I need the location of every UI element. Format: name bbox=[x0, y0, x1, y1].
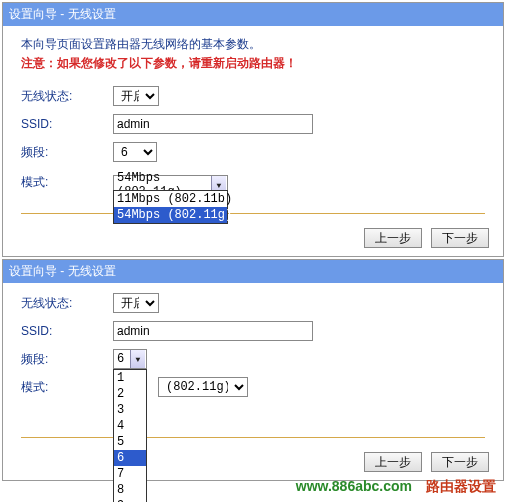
wireless-state-select[interactable]: 开启 bbox=[113, 86, 159, 106]
channel-select[interactable]: 6 bbox=[113, 142, 157, 162]
next-button[interactable]: 下一步 bbox=[431, 228, 489, 248]
prev-button[interactable]: 上一步 bbox=[364, 228, 422, 248]
row-wireless-state: 无线状态: 开启 bbox=[21, 86, 485, 106]
panel-body: 本向导页面设置路由器无线网络的基本参数。 注意：如果您修改了以下参数，请重新启动… bbox=[3, 26, 503, 228]
mode-option-54[interactable]: 54Mbps (802.11g) bbox=[114, 207, 227, 223]
panel-body: 无线状态: 开启 SSID: 频段: 6 ▼ 1 2 3 4 5 bbox=[3, 283, 503, 452]
channel-option[interactable]: 6 bbox=[114, 450, 146, 466]
row-channel: 频段: 6 bbox=[21, 142, 485, 162]
button-row: 上一步 下一步 bbox=[3, 452, 503, 480]
warning-text: 注意：如果您修改了以下参数，请重新启动路由器！ bbox=[21, 55, 485, 72]
label-ssid: SSID: bbox=[21, 117, 113, 131]
label-ssid: SSID: bbox=[21, 324, 113, 338]
channel-option[interactable]: 5 bbox=[114, 434, 146, 450]
channel-option[interactable]: 3 bbox=[114, 402, 146, 418]
label-channel: 频段: bbox=[21, 144, 113, 161]
row-ssid: SSID: bbox=[21, 114, 485, 134]
row-mode: 模式: 54Mbps (802.11g) ▼ 11Mbps (802.11b) … bbox=[21, 170, 485, 195]
mode-option-11[interactable]: 11Mbps (802.11b) bbox=[114, 191, 227, 207]
description-text: 本向导页面设置路由器无线网络的基本参数。 bbox=[21, 36, 485, 53]
channel-option[interactable]: 4 bbox=[114, 418, 146, 434]
channel-option[interactable]: 9 bbox=[114, 498, 146, 502]
channel-option[interactable]: 8 bbox=[114, 482, 146, 498]
channel-dropdown-list: 1 2 3 4 5 6 7 8 9 10 11 12 13 bbox=[113, 369, 147, 502]
wireless-state-select[interactable]: 开启 bbox=[113, 293, 159, 313]
label-mode: 模式: bbox=[21, 379, 113, 396]
label-wireless-state: 无线状态: bbox=[21, 88, 113, 105]
chevron-down-icon[interactable]: ▼ bbox=[130, 350, 145, 368]
divider bbox=[21, 213, 485, 214]
next-button[interactable]: 下一步 bbox=[431, 452, 489, 472]
channel-option[interactable]: 7 bbox=[114, 466, 146, 482]
panel-title: 设置向导 - 无线设置 bbox=[3, 260, 503, 283]
wizard-panel-top: 设置向导 - 无线设置 本向导页面设置路由器无线网络的基本参数。 注意：如果您修… bbox=[2, 2, 504, 257]
ssid-input[interactable] bbox=[113, 114, 313, 134]
ssid-input[interactable] bbox=[113, 321, 313, 341]
row-channel: 频段: 6 ▼ 1 2 3 4 5 6 7 8 9 10 11 bbox=[21, 349, 485, 369]
prev-button[interactable]: 上一步 bbox=[364, 452, 422, 472]
mode-dropdown[interactable]: 54Mbps (802.11g) ▼ 11Mbps (802.11b) 54Mb… bbox=[113, 170, 228, 195]
channel-dropdown[interactable]: 6 ▼ 1 2 3 4 5 6 7 8 9 10 11 12 13 bbox=[113, 349, 147, 369]
mode-dropdown-list: 11Mbps (802.11b) 54Mbps (802.11g) bbox=[113, 190, 228, 224]
channel-selected-value: 6 bbox=[114, 351, 130, 367]
mode-select[interactable]: (802.11g) bbox=[158, 377, 248, 397]
row-wireless-state: 无线状态: 开启 bbox=[21, 293, 485, 313]
panel-title: 设置向导 - 无线设置 bbox=[3, 3, 503, 26]
wizard-panel-bottom: 设置向导 - 无线设置 无线状态: 开启 SSID: 频段: 6 ▼ 1 2 bbox=[2, 259, 504, 481]
button-row: 上一步 下一步 bbox=[3, 228, 503, 256]
divider bbox=[21, 437, 485, 438]
label-mode: 模式: bbox=[21, 174, 113, 191]
config-link[interactable]: 路由器设置 bbox=[426, 478, 496, 496]
row-mode: 模式: (802.11g) bbox=[21, 377, 485, 397]
label-channel: 频段: bbox=[21, 351, 113, 368]
label-wireless-state: 无线状态: bbox=[21, 295, 113, 312]
domain-link[interactable]: www.886abc.com bbox=[296, 478, 412, 496]
row-ssid: SSID: bbox=[21, 321, 485, 341]
footer-links: www.886abc.com 路由器设置 bbox=[296, 478, 496, 496]
channel-option[interactable]: 2 bbox=[114, 386, 146, 402]
channel-option[interactable]: 1 bbox=[114, 370, 146, 386]
